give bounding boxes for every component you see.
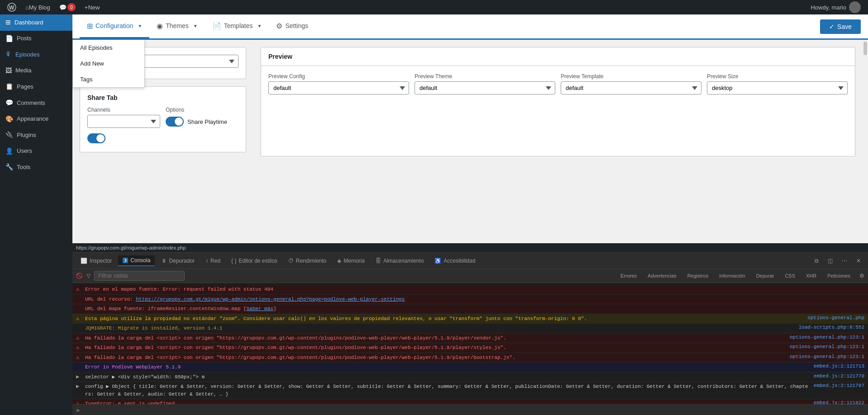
appearance-icon: 🎨: [5, 115, 13, 124]
settings-icon[interactable]: ⚙: [859, 273, 864, 279]
filter-debug[interactable]: Depurar: [753, 272, 778, 279]
console-icon: ❯: [123, 258, 128, 263]
log-entry[interactable]: JQMIGRATE: Migrate is installed, version…: [72, 324, 868, 334]
sidebar-item-dashboard[interactable]: ⊞ Dashboard: [0, 14, 72, 31]
log-entry[interactable]: ▶ config ▶ Object { title: Getter & Sett…: [72, 382, 868, 399]
sidebar-item-posts[interactable]: 📄 Posts: [0, 31, 72, 47]
users-icon: 👤: [5, 147, 13, 156]
preview-size-group: Preview Size desktop: [707, 73, 848, 94]
expand-icon: ▶: [76, 383, 83, 390]
devtools-tab-console[interactable]: ❯ Consola: [118, 255, 155, 266]
dropdown-item-add-new[interactable]: Add New: [73, 56, 144, 71]
sidebar-item-tools[interactable]: 🔧 Tools: [0, 159, 72, 175]
filter-info[interactable]: Información: [715, 272, 749, 279]
sidebar-item-comments[interactable]: 💬 Comments: [0, 95, 72, 111]
log-entry[interactable]: Error in Podlove Webplayer 5.1.9 embed.j…: [72, 363, 868, 373]
log-entry[interactable]: ⚠ Ha fallado la carga del <script> con o…: [72, 343, 868, 353]
log-source[interactable]: embed.js:2:121713: [810, 363, 864, 369]
channels-select[interactable]: [87, 115, 160, 128]
tab-templates[interactable]: 📄 Templates ▼: [205, 14, 269, 38]
filter-requests[interactable]: Peticiones: [824, 272, 854, 279]
additional-toggle[interactable]: [87, 133, 105, 143]
filter-xhr[interactable]: XHR: [802, 272, 820, 279]
devtools-tab-accessibility[interactable]: ♿ Accesibilidad: [430, 256, 480, 266]
split-button[interactable]: ◫: [824, 256, 836, 266]
sidebar-item-users[interactable]: 👤 Users: [0, 143, 72, 160]
log-entry[interactable]: URL del recurso: https://grupopv.com.gt/…: [72, 295, 868, 305]
dropdown-item-tags[interactable]: Tags: [73, 71, 144, 87]
howdy-item[interactable]: Howdy, mario: [807, 0, 864, 14]
sidebar-item-media[interactable]: 🖼 Media: [0, 63, 72, 79]
dropdown-item-all-episodes[interactable]: All Episodes: [73, 40, 144, 56]
chevron-down-icon: ▼: [138, 24, 142, 28]
devtools-tab-debugger[interactable]: ⏸ Depurador: [157, 256, 199, 266]
tab-themes[interactable]: ◉ Themes ▼: [149, 14, 205, 38]
preview-config-select[interactable]: default: [268, 81, 409, 94]
tab-settings[interactable]: ⚙ Settings: [269, 14, 315, 38]
network-label: Red: [210, 258, 220, 264]
devtools-tab-performance[interactable]: ⏱ Rendimiento: [284, 256, 331, 266]
devtools-tab-styleeditor[interactable]: { } Editor de estilos: [227, 256, 282, 266]
dashboard-icon: ⊞: [5, 18, 11, 27]
devtools-right-tools: ⧉ ◫ ⋯ ✕: [811, 256, 864, 266]
sidebar-item-plugins[interactable]: 🔌 Plugins: [0, 127, 72, 143]
devtools-tab-network[interactable]: ↕ Red: [201, 256, 225, 266]
save-button[interactable]: ✓ Save: [820, 19, 861, 34]
close-devtools-button[interactable]: ✕: [853, 256, 864, 266]
filter-css[interactable]: CSS: [781, 272, 799, 279]
clear-console-icon[interactable]: 🚫: [76, 273, 83, 279]
log-text: Error in Podlove Webplayer 5.1.9: [85, 363, 810, 371]
comments-item[interactable]: 💬 0: [56, 0, 79, 14]
log-entry[interactable]: ⚠ Ha fallado la carga del <script> con o…: [72, 353, 868, 363]
tab-configuration[interactable]: ⊞ Configuration ▼: [80, 14, 149, 38]
log-entry[interactable]: ⚠ TypeError: e.sent is undefined embed.j…: [72, 399, 868, 404]
log-source[interactable]: embed.js:2:121797: [810, 383, 864, 388]
sidebar-item-label-episodes: Episodes: [15, 51, 39, 59]
app-layout: ⊞ Dashboard 📄 Posts 🎙 Episodes 🖼 Media 📋…: [0, 0, 868, 415]
devtools-tab-memory[interactable]: ◈ Memoria: [333, 256, 369, 266]
log-link[interactable]: https://grupopv.com.gt/migue/wp-admin/op…: [136, 297, 405, 302]
site-name-item[interactable]: ⌂ My Blog: [22, 0, 54, 14]
preview-size-select[interactable]: desktop: [707, 81, 848, 94]
devtools-tab-inspector[interactable]: ⬜ Inspector: [76, 256, 116, 266]
log-source[interactable]: load-scripts.php:8:552: [795, 325, 864, 330]
right-scrollbar[interactable]: [863, 40, 868, 243]
filter-logs[interactable]: Registros: [684, 272, 712, 279]
tools-icon: 🔧: [5, 163, 13, 172]
dock-button[interactable]: ⧉: [811, 256, 822, 266]
sidebar-item-appearance[interactable]: 🎨 Appearance: [0, 111, 72, 127]
filter-errors[interactable]: Errores: [617, 272, 640, 279]
preview-config-group: Preview Config default: [268, 73, 409, 94]
tab-label-templates: Templates: [224, 22, 253, 29]
more-button[interactable]: ⋯: [838, 256, 851, 266]
log-source[interactable]: options-general.php:123:1: [786, 335, 864, 340]
log-source[interactable]: options-general.php:123:1: [786, 354, 864, 359]
expand-console-icon[interactable]: »: [76, 406, 80, 414]
log-source[interactable]: options-general.php:123:1: [786, 344, 864, 349]
share-playtime-toggle[interactable]: [166, 117, 184, 127]
log-source[interactable]: options-general.php: [804, 315, 864, 321]
saber-mas-link[interactable]: Saber más: [246, 306, 273, 311]
main-content: ⊞ Configuration ▼ ◉ Themes ▼ 📄 Templates…: [72, 14, 868, 415]
warning-icon: ⚠: [76, 335, 83, 341]
filter-input[interactable]: [94, 271, 185, 281]
warning-icon: ⚠: [76, 315, 83, 322]
warning-icon: ⚠: [76, 354, 83, 361]
log-entry[interactable]: ⚠ Esta página utiliza la propiedad no es…: [72, 314, 868, 324]
sidebar-item-pages[interactable]: 📋 Pages: [0, 79, 72, 95]
log-entry[interactable]: URL del mapa fuente: iframeResizer.conte…: [72, 304, 868, 314]
log-entry[interactable]: ⚠ Error en el mapeo fuente: Error: reque…: [72, 285, 868, 295]
log-source[interactable]: embed.js:2:121822: [810, 400, 864, 404]
comments-icon: 💬: [59, 4, 67, 11]
log-entry[interactable]: ▶ selector ▶ <div style="width: 950px;">…: [72, 373, 868, 382]
preview-theme-select[interactable]: default: [415, 81, 555, 94]
preview-template-select[interactable]: default: [561, 81, 701, 94]
new-item[interactable]: + New: [81, 0, 104, 14]
wp-logo-item[interactable]: W: [4, 0, 20, 14]
devtools-tab-storage[interactable]: 🗄 Almacenamiento: [371, 256, 428, 266]
log-source[interactable]: embed.js:2:121770: [810, 373, 864, 379]
log-entry[interactable]: ⚠ Ha fallado la carga del <script> con o…: [72, 334, 868, 344]
filter-warnings[interactable]: Advertencias: [644, 272, 680, 279]
sidebar-item-episodes[interactable]: 🎙 Episodes: [0, 47, 72, 63]
scrollbar-thumb[interactable]: [863, 42, 867, 55]
